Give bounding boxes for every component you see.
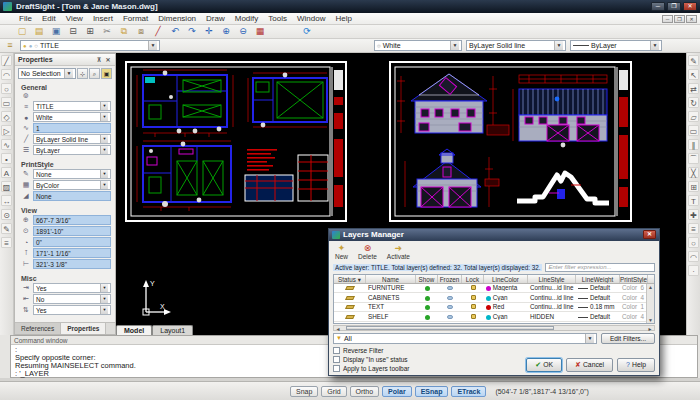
mdi-minimize-button[interactable]: ─	[662, 15, 673, 23]
modify-tool-icon-3[interactable]: ↻	[688, 97, 699, 108]
view-value-0[interactable]: 667'-7 3/16"	[33, 215, 111, 225]
menu-draw[interactable]: Draw	[201, 14, 230, 23]
show-icon[interactable]	[425, 315, 430, 320]
table-row[interactable]: TEXT RedContinu...id line0.18 mmColor_1	[334, 303, 654, 313]
menu-modify[interactable]: Modify	[230, 14, 264, 23]
modify-tool-icon-12[interactable]: ≡	[688, 223, 699, 234]
line-style-combobox[interactable]: ByLayer Solid line ▼	[466, 40, 566, 51]
frozen-icon[interactable]	[447, 286, 453, 290]
toggle-grid[interactable]: Grid	[321, 386, 346, 397]
menu-file[interactable]: File	[14, 14, 37, 23]
active-layer-combobox[interactable]: ● ● ○ TITLE ▼	[20, 40, 160, 51]
quick-select-button[interactable]: ⌕	[89, 68, 100, 79]
checkbox-2[interactable]	[333, 365, 340, 372]
frozen-icon[interactable]	[447, 296, 453, 300]
column-header-linecolor[interactable]: LineColor	[484, 275, 528, 283]
modify-tool-icon-8[interactable]: ╳	[688, 167, 699, 178]
modify-tool-icon-15[interactable]: ·	[688, 265, 699, 276]
modify-tool-icon-4[interactable]: ▱	[688, 111, 699, 122]
line-scale-field[interactable]: 1	[33, 123, 111, 133]
misc-value-2[interactable]: Yes▼	[33, 305, 111, 315]
modify-tool-icon-13[interactable]: ○	[688, 237, 699, 248]
selection-combobox[interactable]: No Selection ▼	[18, 68, 76, 79]
column-header-lock[interactable]: Lock	[462, 275, 484, 283]
filter-expression-input[interactable]: Enter filter expression...	[545, 263, 655, 272]
modify-tool-icon-7[interactable]: ⌒	[688, 153, 699, 164]
chevron-down-icon[interactable]: ▼	[585, 334, 594, 343]
table-vertical-scrollbar[interactable]: ▲▼	[646, 284, 654, 323]
paste-icon[interactable]: ⧈	[135, 26, 147, 37]
show-icon[interactable]	[425, 296, 430, 301]
ok-button[interactable]: ✔OK	[526, 358, 562, 372]
new-file-icon[interactable]: ▢	[16, 26, 28, 37]
chevron-down-icon[interactable]: ▼	[100, 306, 108, 314]
misc-value-1[interactable]: No▼	[33, 294, 111, 304]
close-button[interactable]: ✕	[683, 2, 697, 11]
chevron-down-icon[interactable]: ▼	[64, 69, 73, 78]
close-icon[interactable]: ✕	[104, 56, 112, 63]
column-header-linestyle[interactable]: LineStyle	[528, 275, 576, 283]
line-weight-combobox[interactable]: ByLayer ▼	[570, 40, 662, 51]
toggle-esnap[interactable]: ESnap	[415, 386, 449, 397]
modify-tool-icon-14[interactable]: ◠	[688, 251, 699, 262]
menu-edit[interactable]: Edit	[37, 14, 61, 23]
chevron-down-icon[interactable]: ▼	[450, 41, 459, 50]
lock-icon[interactable]	[471, 295, 476, 300]
toggle-value-display-button[interactable]: ▣	[101, 68, 112, 79]
line-style-field[interactable]: ByLayer Solid line▼	[33, 134, 111, 144]
tab-references[interactable]: References	[15, 323, 61, 334]
draw-line-icon[interactable]: ╱	[152, 26, 164, 37]
view-value-4[interactable]: 321'-3 1/8"	[33, 259, 111, 269]
checkbox-0[interactable]	[333, 347, 340, 354]
modify-tool-icon-2[interactable]: ⇄	[688, 83, 699, 94]
draw-tool-icon-1[interactable]: ◠	[1, 69, 12, 80]
draw-tool-icon-8[interactable]: A	[1, 167, 12, 178]
table-row[interactable]: FURNITURE MagentaContinu...id lineDefaul…	[334, 284, 654, 294]
line-color-combobox[interactable]: ○ White ▼	[374, 40, 462, 51]
line-color-field[interactable]: White▼	[33, 112, 111, 122]
misc-value-0[interactable]: Yes▼	[33, 283, 111, 293]
dialog-close-button[interactable]: ✕	[643, 230, 656, 239]
draw-tool-icon-6[interactable]: ∿	[1, 139, 12, 150]
toggle-etrack[interactable]: ETrack	[451, 386, 486, 397]
menu-window[interactable]: Window	[292, 14, 330, 23]
draw-tool-icon-11[interactable]: ⊙	[1, 209, 12, 220]
column-header-lineweight[interactable]: LineWeight	[576, 275, 620, 283]
minimize-button[interactable]: ─	[651, 2, 665, 11]
mdi-close-button[interactable]: ✕	[686, 15, 697, 23]
help-button[interactable]: ?Help	[617, 358, 655, 372]
modify-tool-icon-6[interactable]: ∥	[688, 139, 699, 150]
view-value-1[interactable]: 1891'-10"	[33, 226, 111, 236]
modify-tool-icon-1[interactable]: ↖	[688, 69, 699, 80]
toggle-polar[interactable]: Polar	[382, 386, 412, 397]
delete-layer-button[interactable]: ⊗Delete	[358, 243, 377, 261]
modify-tool-icon-10[interactable]: T	[688, 195, 699, 206]
show-icon[interactable]	[425, 305, 430, 310]
draw-tool-icon-12[interactable]: ✎	[1, 223, 12, 234]
draw-tool-icon-9[interactable]: ▨	[1, 181, 12, 192]
tab-layout1[interactable]: Layout1	[152, 325, 193, 335]
menu-insert[interactable]: Insert	[88, 14, 118, 23]
open-file-icon[interactable]: ▤	[33, 26, 45, 37]
modify-tool-icon-5[interactable]: ▭	[688, 125, 699, 136]
draw-tool-icon-0[interactable]: ╱	[1, 55, 12, 66]
draw-tool-icon-3[interactable]: ▭	[1, 97, 12, 108]
chevron-down-icon[interactable]: ▼	[100, 284, 108, 292]
menu-view[interactable]: View	[61, 14, 88, 23]
refresh-icon[interactable]: ⟳	[301, 26, 313, 37]
modify-tool-icon-11[interactable]: ✚	[688, 209, 699, 220]
print-preview-icon[interactable]: ⊞	[84, 26, 96, 37]
tab-properties[interactable]: Properties	[61, 323, 106, 334]
lock-icon[interactable]	[471, 314, 476, 319]
cut-icon[interactable]: ✂	[101, 26, 113, 37]
column-header-name[interactable]: Name	[366, 275, 416, 283]
draw-tool-icon-5[interactable]: ▷	[1, 125, 12, 136]
column-header-status[interactable]: Status ▾	[334, 275, 366, 283]
chevron-down-icon[interactable]: ▼	[650, 41, 659, 50]
redo-icon[interactable]: ↷	[186, 26, 198, 37]
draw-tool-icon-2[interactable]: ○	[1, 83, 12, 94]
toggle-ortho[interactable]: Ortho	[350, 386, 380, 397]
frozen-icon[interactable]	[447, 305, 453, 309]
menu-format[interactable]: Format	[118, 14, 153, 23]
chevron-down-icon[interactable]: ▼	[148, 41, 157, 50]
